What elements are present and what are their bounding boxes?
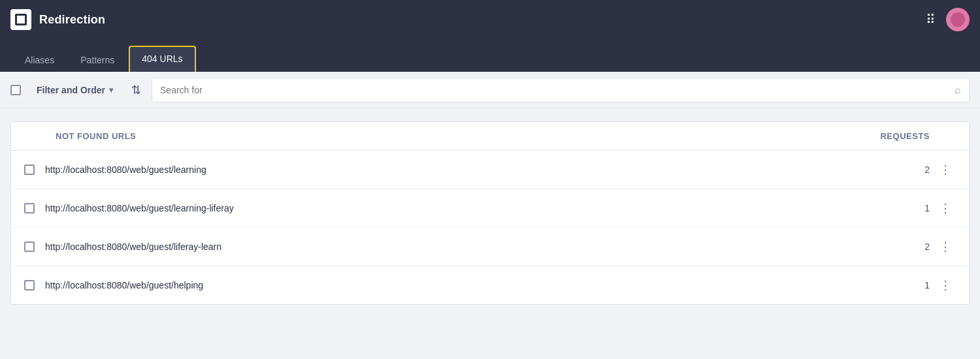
app-logo (10, 9, 31, 30)
tabbar: Aliases Patterns 404 URLs (0, 39, 980, 72)
search-icon: ⌕ (955, 84, 961, 96)
row-checkbox-1[interactable] (24, 203, 35, 213)
table-header: Not Found URLs Requests (11, 122, 969, 151)
avatar-image (951, 12, 965, 27)
row-url-1: http://localhost:8080/web/guest/learning… (45, 203, 870, 213)
table-row: http://localhost:8080/web/guest/liferay-… (11, 228, 969, 266)
row-url-0: http://localhost:8080/web/guest/learning (45, 164, 870, 175)
table-row: http://localhost:8080/web/guest/learning… (11, 189, 969, 228)
select-all-checkbox[interactable] (10, 85, 21, 95)
chevron-down-icon: ▾ (109, 86, 113, 95)
row-actions-menu-2[interactable]: ⋮ (935, 240, 956, 254)
user-avatar[interactable] (946, 8, 970, 31)
row-checkbox-3[interactable] (24, 280, 35, 290)
search-bar: ⌕ (152, 78, 970, 102)
col-requests-header: Requests (864, 131, 930, 141)
table-card: Not Found URLs Requests http://localhost… (10, 121, 970, 305)
search-input[interactable] (160, 85, 955, 95)
table-row: http://localhost:8080/web/guest/helping … (11, 266, 969, 304)
grid-icon[interactable]: ⠿ (926, 12, 936, 27)
content-area: Not Found URLs Requests http://localhost… (0, 108, 980, 318)
row-requests-3: 1 (870, 280, 935, 290)
table-row: http://localhost:8080/web/guest/learning… (11, 151, 969, 189)
row-actions-menu-3[interactable]: ⋮ (935, 278, 956, 292)
row-actions-menu-1[interactable]: ⋮ (935, 201, 956, 215)
row-requests-2: 2 (870, 242, 935, 252)
row-checkbox-2[interactable] (24, 242, 35, 252)
row-url-2: http://localhost:8080/web/guest/liferay-… (45, 242, 870, 252)
filter-order-label: Filter and Order (37, 85, 105, 95)
tab-aliases[interactable]: Aliases (13, 48, 66, 72)
logo-icon (15, 14, 27, 25)
row-requests-0: 2 (870, 164, 935, 175)
toolbar: Filter and Order ▾ ⇅ ⌕ (0, 72, 980, 108)
table-body: http://localhost:8080/web/guest/learning… (11, 151, 969, 304)
sort-icon[interactable]: ⇅ (129, 80, 144, 100)
app-title: Redirection (39, 13, 105, 27)
row-actions-menu-0[interactable]: ⋮ (935, 163, 956, 177)
tab-patterns[interactable]: Patterns (69, 48, 126, 72)
col-not-found-urls-header: Not Found URLs (56, 131, 864, 141)
row-url-3: http://localhost:8080/web/guest/helping (45, 280, 870, 290)
filter-order-button[interactable]: Filter and Order ▾ (29, 80, 121, 101)
topbar: Redirection ⠿ (0, 0, 980, 39)
row-checkbox-0[interactable] (24, 164, 35, 175)
tab-404-urls[interactable]: 404 URLs (129, 46, 195, 72)
topbar-left: Redirection (10, 9, 105, 30)
row-requests-1: 1 (870, 203, 935, 213)
topbar-right: ⠿ (926, 8, 970, 31)
